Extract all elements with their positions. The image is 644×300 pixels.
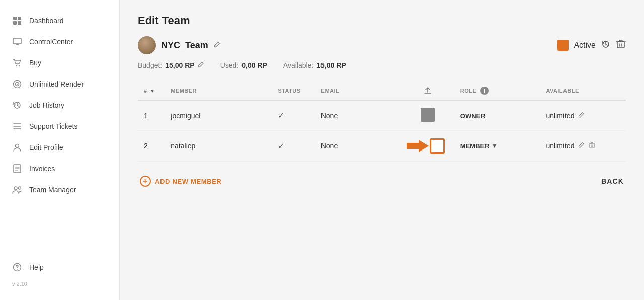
back-label: BACK — [601, 177, 624, 185]
sidebar-item-help[interactable]: Help — [0, 257, 119, 278]
row2-role: MEMBER ▼ — [454, 131, 540, 162]
sort-arrow[interactable]: ▼ — [150, 88, 155, 94]
sidebar-item-buy[interactable]: Buy — [0, 52, 119, 73]
row2-delete-icon[interactable] — [589, 142, 595, 151]
table-row: 2 nataliep ✓ None — [138, 131, 626, 162]
svg-rect-0 — [13, 17, 17, 20]
add-member-button[interactable]: + ADD NEW MEMBER — [140, 176, 222, 187]
col-header-status: STATUS — [272, 82, 314, 100]
svg-rect-2 — [13, 21, 17, 25]
row1-upload-cell — [400, 100, 454, 131]
team-header: NYC_Team Active — [138, 36, 626, 54]
sidebar: Dashboard ControlCenter Buy — [0, 0, 120, 300]
status-label: Active — [574, 41, 596, 50]
row1-num: 1 — [138, 100, 165, 131]
available-value: 15,00 RP — [316, 61, 346, 69]
row1-email: None — [315, 100, 401, 131]
sidebar-item-team-manager[interactable]: Team Manager — [0, 179, 119, 200]
help-icon — [12, 262, 22, 272]
budget-item: Budget: 15,00 RP — [138, 61, 204, 69]
svg-rect-4 — [13, 38, 21, 44]
sidebar-label-edit-profile: Edit Profile — [29, 143, 63, 152]
invoices-icon — [12, 164, 22, 174]
tickets-icon — [12, 121, 22, 131]
team-avatar — [138, 36, 156, 54]
sidebar-item-support-tickets[interactable]: Support Tickets — [0, 116, 119, 137]
row2-upload-cell — [400, 131, 454, 162]
row2-available-value: unlimited — [546, 142, 574, 150]
sidebar-label-invoices: Invoices — [29, 165, 55, 173]
col-header-role: ROLE i — [454, 82, 540, 100]
available-label: Available: — [283, 61, 313, 69]
history-icon — [12, 100, 22, 110]
bottom-row: + ADD NEW MEMBER BACK — [138, 176, 626, 187]
role-info-icon[interactable]: i — [480, 87, 489, 95]
main-content: Edit Team NYC_Team Active — [120, 0, 644, 300]
budget-row: Budget: 15,00 RP Used: 0,00 RP Available… — [138, 61, 626, 69]
role-dropdown-icon[interactable]: ▼ — [492, 142, 498, 149]
upload-arrow-indicator — [407, 138, 448, 154]
row1-upload-btn[interactable] — [421, 108, 435, 122]
sidebar-item-invoices[interactable]: Invoices — [0, 158, 119, 179]
row1-available-cell: unlimited — [546, 112, 620, 120]
sidebar-label-unlimited-render: Unlimited Render — [29, 80, 84, 88]
sidebar-item-job-history[interactable]: Job History — [0, 95, 119, 116]
sidebar-label-buy: Buy — [29, 59, 41, 67]
svg-rect-1 — [18, 17, 21, 20]
row2-role-cell: MEMBER ▼ — [460, 142, 534, 150]
svg-point-11 — [17, 84, 18, 85]
row1-available-value: unlimited — [546, 112, 574, 120]
sidebar-label-controlcenter: ControlCenter — [29, 38, 73, 46]
add-member-label: ADD NEW MEMBER — [155, 178, 222, 185]
edit-team-name-icon[interactable] — [213, 41, 220, 50]
edit-budget-icon[interactable] — [198, 61, 204, 69]
back-button[interactable]: BACK — [601, 177, 624, 185]
col-header-num: # ▼ — [138, 82, 165, 100]
used-item: Used: 0,00 RP — [220, 61, 267, 69]
svg-marker-29 — [407, 140, 429, 152]
sidebar-item-dashboard[interactable]: Dashboard — [0, 10, 119, 31]
budget-value: 15,00 RP — [165, 61, 194, 69]
svg-point-21 — [19, 187, 21, 189]
row2-available-cell: unlimited — [546, 142, 620, 151]
sidebar-item-controlcenter[interactable]: ControlCenter — [0, 31, 119, 52]
col-header-member: MEMBER — [165, 82, 272, 100]
row1-available: unlimited — [540, 100, 626, 131]
row1-member: jocmiguel — [165, 100, 272, 131]
sidebar-label-support-tickets: Support Tickets — [29, 122, 78, 130]
row1-edit-icon[interactable] — [578, 112, 585, 120]
team-name: NYC_Team — [161, 40, 208, 51]
row1-role-badge: OWNER — [460, 112, 486, 120]
col-header-upload — [400, 82, 454, 100]
svg-point-8 — [19, 65, 20, 66]
svg-point-7 — [16, 65, 17, 66]
row1-check: ✓ — [278, 111, 284, 120]
row2-email: None — [315, 131, 401, 162]
monitor-icon — [12, 37, 22, 47]
svg-rect-30 — [590, 144, 594, 148]
row2-upload-highlighted[interactable] — [430, 138, 445, 154]
plus-circle-icon: + — [140, 176, 151, 187]
delete-team-icon[interactable] — [616, 39, 626, 52]
cart-icon — [12, 58, 22, 68]
available-item: Available: 15,00 RP — [283, 61, 346, 69]
svg-point-15 — [16, 144, 19, 148]
used-value: 0,00 RP — [242, 61, 267, 69]
used-label: Used: — [220, 61, 239, 69]
row2-status: ✓ — [272, 131, 314, 162]
sidebar-item-unlimited-render[interactable]: Unlimited Render — [0, 73, 119, 95]
sidebar-label-team-manager: Team Manager — [29, 186, 76, 194]
version-label: v 2.10 — [0, 278, 119, 290]
col-header-available: AVAILABLE — [540, 82, 626, 100]
profile-icon — [12, 142, 22, 153]
team-history-icon[interactable] — [601, 39, 611, 52]
render-icon — [12, 79, 22, 89]
sidebar-item-edit-profile[interactable]: Edit Profile — [0, 137, 119, 158]
svg-point-20 — [14, 187, 17, 190]
members-table: # ▼ MEMBER STATUS EMAIL ROLE i AVAILABLE — [138, 82, 626, 162]
budget-label: Budget: — [138, 61, 162, 69]
team-icon — [12, 185, 22, 195]
row2-role-badge: MEMBER — [460, 142, 490, 150]
row2-edit-icon[interactable] — [578, 142, 585, 150]
sidebar-label-help: Help — [29, 263, 44, 271]
